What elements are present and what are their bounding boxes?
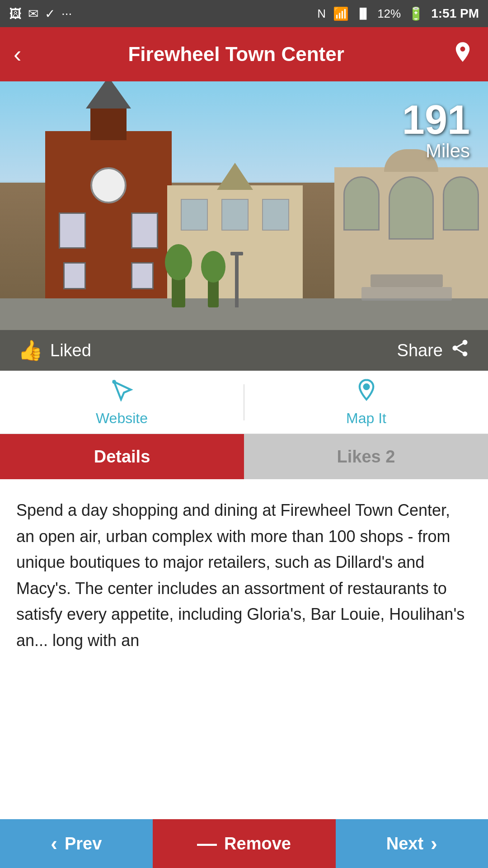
page-title: Firewheel Town Center	[128, 43, 344, 66]
website-button[interactable]: Website	[0, 378, 244, 427]
wifi-icon: 📶	[333, 6, 349, 21]
svg-point-1	[364, 384, 369, 389]
map-it-button[interactable]: Map It	[244, 378, 488, 427]
action-row: Website Map It	[0, 371, 488, 434]
time-display: 1:51 PM	[431, 6, 479, 21]
prev-button[interactable]: ‹ Prev	[0, 819, 153, 868]
description-text: Spend a day shopping and dining at Firew…	[16, 497, 472, 654]
status-icons-left: 🖼 ✉ ✓ ···	[9, 6, 72, 21]
battery-label: 12%	[377, 7, 401, 21]
tab-details[interactable]: Details	[0, 434, 244, 479]
clock-tower-building	[45, 131, 172, 303]
signal-icon: ▐▌	[356, 8, 370, 19]
top-navigation: ‹ Firewheel Town Center	[0, 27, 488, 81]
email-icon: ✉	[28, 6, 38, 21]
gallery-icon: 🖼	[9, 6, 22, 21]
bottom-navigation: ‹ Prev — Remove Next ›	[0, 819, 488, 868]
thumbs-up-icon: 👍	[18, 339, 43, 362]
prev-arrow-icon: ‹	[51, 832, 57, 855]
content-area: Spend a day shopping and dining at Firew…	[0, 479, 488, 819]
liked-label: Liked	[50, 341, 91, 360]
location-pin-icon[interactable]	[451, 40, 474, 69]
tab-likes[interactable]: Likes 2	[244, 434, 488, 479]
hero-image: 191 Miles 👍 Liked Share	[0, 81, 488, 371]
share-label: Share	[397, 341, 443, 360]
next-arrow-icon: ›	[431, 832, 437, 855]
distance-unit: Miles	[402, 140, 470, 162]
map-pin-icon	[355, 378, 378, 406]
tab-row: Details Likes 2	[0, 434, 488, 479]
back-button[interactable]: ‹	[14, 41, 21, 68]
next-button[interactable]: Next ›	[336, 819, 488, 868]
svg-point-0	[113, 381, 115, 382]
remove-dash-icon: —	[197, 832, 217, 855]
image-actions-overlay: 👍 Liked Share	[0, 330, 488, 371]
map-it-label: Map It	[346, 410, 386, 427]
website-label: Website	[96, 410, 148, 427]
distance-number: 191	[402, 99, 470, 140]
share-icon	[450, 338, 470, 363]
cursor-icon	[110, 378, 134, 406]
share-button[interactable]: Share	[397, 338, 470, 363]
remove-label: Remove	[224, 834, 291, 854]
next-label: Next	[386, 834, 423, 854]
status-bar: 🖼 ✉ ✓ ··· N 📶 ▐▌ 12% 🔋 1:51 PM	[0, 0, 488, 27]
distance-badge: 191 Miles	[402, 99, 470, 162]
more-icon: ···	[61, 6, 72, 21]
details-tab-label: Details	[94, 447, 150, 467]
liked-button[interactable]: 👍 Liked	[18, 339, 91, 362]
battery-icon: 🔋	[408, 6, 424, 21]
nfc-icon: N	[317, 7, 326, 21]
likes-count: 2	[385, 447, 395, 467]
prev-label: Prev	[65, 834, 102, 854]
status-icons-right: N 📶 ▐▌ 12% 🔋 1:51 PM	[317, 6, 479, 21]
likes-tab-label: Likes	[337, 447, 381, 467]
check-icon: ✓	[45, 6, 55, 21]
remove-button[interactable]: — Remove	[153, 819, 336, 868]
